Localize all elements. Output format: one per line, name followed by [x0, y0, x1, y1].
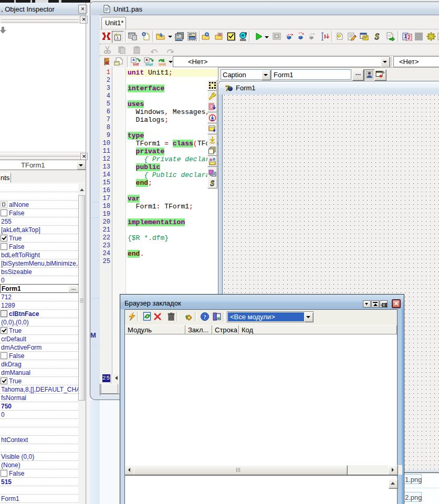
svg-text:Unit: Unit	[159, 62, 166, 66]
svg-text:S: S	[375, 32, 380, 41]
svg-text:10101: 10101	[240, 38, 247, 41]
svg-text:Intf: Intf	[133, 62, 140, 66]
svg-text:Impl: Impl	[145, 62, 153, 66]
svg-text:?: ?	[203, 313, 206, 320]
svg-text:2: 2	[407, 35, 411, 40]
svg-text:S: S	[211, 180, 215, 187]
svg-text:I: I	[324, 33, 326, 39]
